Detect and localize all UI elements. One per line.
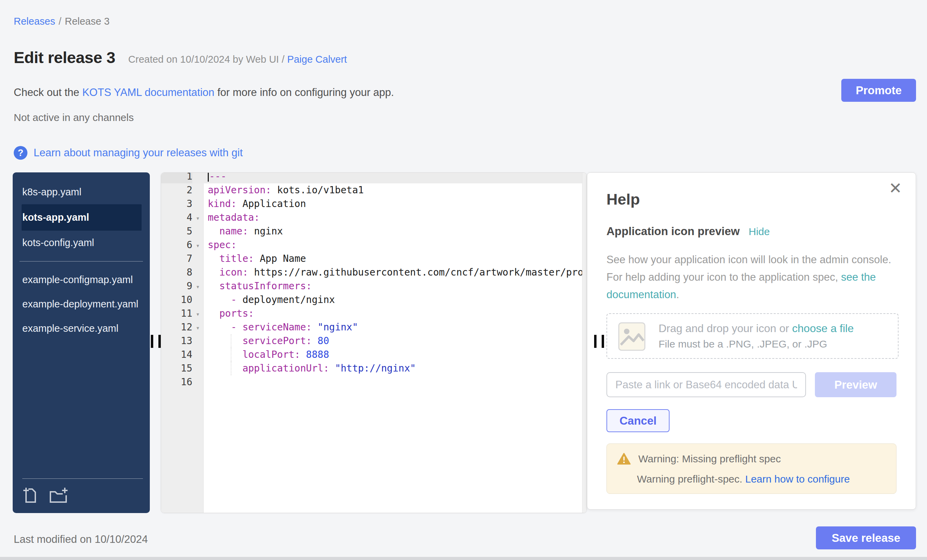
code-text: - serviceName: "nginx" — [203, 320, 358, 334]
code-line[interactable]: 1--- — [161, 172, 582, 184]
help-description: See how your application icon will look … — [606, 251, 898, 303]
code-line[interactable]: 12▾ - serviceName: "nginx" — [161, 320, 582, 334]
text-cursor — [208, 172, 209, 182]
breadcrumb-releases-link[interactable]: Releases — [14, 16, 55, 27]
line-number: 12 — [161, 320, 192, 334]
code-text — [203, 375, 208, 389]
created-by-link[interactable]: Paige Calvert — [287, 54, 347, 65]
code-line[interactable]: 8 icon: https://raw.githubusercontent.co… — [161, 266, 582, 279]
line-number: 7 — [161, 252, 192, 266]
code-line[interactable]: 15 applicationUrl: "http://nginx" — [161, 361, 582, 375]
git-help-row: ? Learn about managing your releases wit… — [14, 146, 243, 160]
fold-spacer — [192, 184, 203, 197]
line-number: 15 — [161, 361, 192, 375]
fold-spacer — [192, 197, 203, 211]
code-text: localPort: 8888 — [203, 348, 329, 361]
close-icon[interactable]: ✕ — [889, 180, 902, 196]
warning-detail: Warning preflight-spec. Learn how to con… — [637, 473, 886, 485]
indent-guide — [231, 348, 231, 361]
created-meta: Created on 10/10/2024 by Web UI / Paige … — [128, 50, 347, 65]
help-panel: ✕ Help Application icon preview Hide See… — [587, 172, 916, 510]
docs-line-prefix: Check out the — [14, 87, 82, 99]
code-line[interactable]: 11▾ ports: — [161, 307, 582, 320]
file-item[interactable]: kots-config.yaml — [13, 231, 150, 255]
warning-triangle-icon — [617, 453, 631, 465]
yaml-editor[interactable]: 1---2apiVersion: kots.io/v1beta13kind: A… — [161, 172, 587, 513]
code-line[interactable]: 7 title: App Name — [161, 252, 582, 266]
file-item[interactable]: k8s-app.yaml — [13, 180, 150, 204]
code-text: apiVersion: kots.io/v1beta1 — [203, 184, 364, 197]
main-content: k8s-app.yamlkots-app.yamlkots-config.yam… — [13, 172, 916, 513]
icon-url-input[interactable] — [606, 372, 806, 397]
choose-a-file-link[interactable]: choose a file — [792, 322, 854, 334]
icon-dropzone[interactable]: Drag and drop your icon or choose a file… — [606, 313, 898, 359]
file-item[interactable]: example-service.yaml — [13, 316, 150, 341]
code-line[interactable]: 16 — [161, 375, 582, 389]
pane-resize-handle-left[interactable] — [151, 335, 161, 348]
created-text: Created on 10/10/2024 by Web UI / — [128, 54, 287, 65]
docs-line-suffix: for more info on configuring your app. — [214, 87, 394, 99]
fold-arrow-icon[interactable]: ▾ — [192, 307, 203, 320]
code-line[interactable]: 2apiVersion: kots.io/v1beta1 — [161, 184, 582, 197]
promote-button[interactable]: Promote — [841, 79, 916, 102]
line-number: 9 — [161, 279, 192, 293]
line-number: 14 — [161, 348, 192, 361]
line-number: 5 — [161, 225, 192, 238]
image-placeholder-icon — [617, 319, 646, 353]
code-line[interactable]: 9▾ statusInformers: — [161, 279, 582, 293]
sidebar-bottom-divider — [22, 478, 143, 479]
fold-spacer — [192, 334, 203, 348]
docs-line: Check out the KOTS YAML documentation fo… — [14, 87, 394, 99]
file-item[interactable]: example-configmap.yaml — [13, 268, 150, 292]
file-tree-sidebar: k8s-app.yamlkots-app.yamlkots-config.yam… — [13, 172, 150, 513]
breadcrumb-separator: / — [59, 16, 61, 27]
save-release-button[interactable]: Save release — [816, 527, 916, 549]
code-line[interactable]: 4▾metadata: — [161, 211, 582, 225]
line-number: 6 — [161, 238, 192, 252]
channel-status-text: Not active in any channels — [14, 112, 134, 123]
code-line[interactable]: 13 servicePort: 80 — [161, 334, 582, 348]
code-text: ports: — [203, 307, 254, 320]
file-list: k8s-app.yamlkots-app.yamlkots-config.yam… — [13, 180, 150, 341]
kots-yaml-docs-link[interactable]: KOTS YAML documentation — [82, 87, 214, 99]
code-line[interactable]: 6▾spec: — [161, 238, 582, 252]
preflight-warning-box: Warning: Missing preflight spec Warning … — [606, 443, 897, 494]
page-title: Edit release 3 — [14, 48, 115, 67]
fold-spacer — [192, 361, 203, 375]
dropzone-file-types: File must be a .PNG, .JPEG, or .JPG — [658, 338, 854, 350]
fold-arrow-icon[interactable]: ▾ — [192, 211, 203, 225]
code-line[interactable]: 3kind: Application — [161, 197, 582, 211]
file-item[interactable]: kots-app.yaml — [21, 204, 141, 231]
code-line[interactable]: 10 - deployment/nginx — [161, 293, 582, 307]
add-file-icon[interactable] — [22, 487, 40, 504]
file-item[interactable]: example-deployment.yaml — [13, 292, 150, 316]
line-number: 2 — [161, 184, 192, 197]
line-number: 10 — [161, 293, 192, 307]
cancel-button[interactable]: Cancel — [606, 409, 670, 432]
learn-how-to-configure-link[interactable]: Learn how to configure — [745, 473, 850, 485]
fold-arrow-icon[interactable]: ▾ — [192, 320, 203, 334]
editor-scrollbar[interactable] — [582, 173, 587, 513]
code-line[interactable]: 14 localPort: 8888 — [161, 348, 582, 361]
breadcrumb: Releases/Release 3 — [14, 16, 110, 27]
pane-resize-handle-right[interactable] — [594, 335, 604, 348]
code-line[interactable]: 5 name: nginx — [161, 225, 582, 238]
fold-arrow-icon[interactable]: ▾ — [192, 238, 203, 252]
line-number: 4 — [161, 211, 192, 225]
line-number: 13 — [161, 334, 192, 348]
dropzone-instruction-text: Drag and drop your icon or — [658, 322, 792, 334]
code-area[interactable]: 1---2apiVersion: kots.io/v1beta13kind: A… — [161, 172, 582, 389]
dropzone-instruction: Drag and drop your icon or choose a file — [658, 322, 854, 335]
code-text: kind: Application — [203, 197, 306, 211]
add-folder-icon[interactable] — [49, 487, 68, 504]
warning-detail-text: Warning preflight-spec. — [637, 473, 745, 485]
preview-button[interactable]: Preview — [815, 372, 897, 397]
code-text: servicePort: 80 — [203, 334, 329, 348]
fold-arrow-icon[interactable]: ▾ — [192, 279, 203, 293]
warning-title: Warning: Missing preflight spec — [638, 453, 781, 465]
fold-spacer — [192, 375, 203, 389]
fold-spacer — [192, 172, 203, 184]
git-releases-link[interactable]: Learn about managing your releases with … — [33, 147, 243, 159]
hide-link[interactable]: Hide — [749, 226, 770, 238]
help-title: Help — [606, 191, 640, 208]
